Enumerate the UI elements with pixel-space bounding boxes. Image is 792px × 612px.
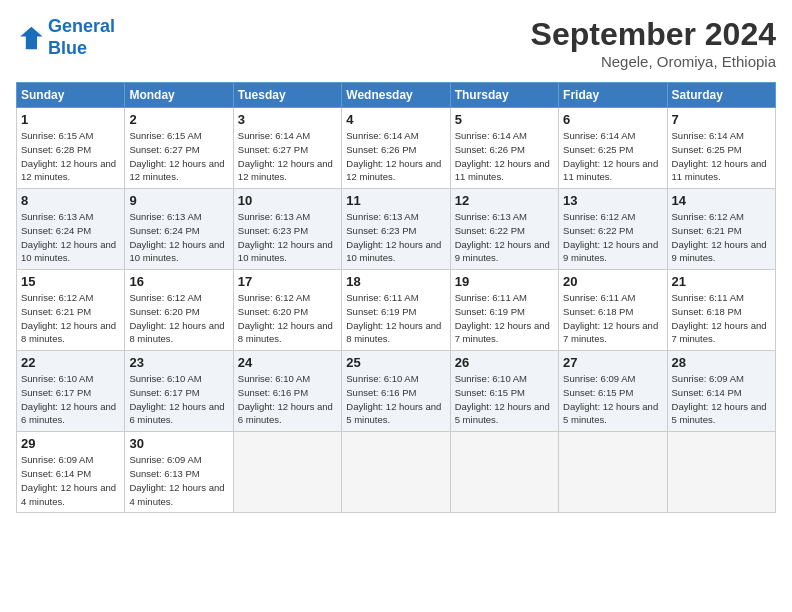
calendar-day-cell: 26Sunrise: 6:10 AMSunset: 6:15 PMDayligh…: [450, 351, 558, 432]
day-number: 11: [346, 193, 445, 208]
day-number: 3: [238, 112, 337, 127]
day-number: 10: [238, 193, 337, 208]
calendar-week-row: 29Sunrise: 6:09 AMSunset: 6:14 PMDayligh…: [17, 432, 776, 513]
day-number: 21: [672, 274, 771, 289]
day-number: 7: [672, 112, 771, 127]
day-number: 6: [563, 112, 662, 127]
day-info: Sunrise: 6:12 AMSunset: 6:21 PMDaylight:…: [21, 291, 120, 346]
calendar-day-cell: [233, 432, 341, 513]
calendar-day-cell: 2Sunrise: 6:15 AMSunset: 6:27 PMDaylight…: [125, 108, 233, 189]
calendar-day-cell: 30Sunrise: 6:09 AMSunset: 6:13 PMDayligh…: [125, 432, 233, 513]
day-of-week-header: Thursday: [450, 83, 558, 108]
title-area: September 2024 Negele, Oromiya, Ethiopia: [531, 16, 776, 70]
day-info: Sunrise: 6:14 AMSunset: 6:26 PMDaylight:…: [455, 129, 554, 184]
day-info: Sunrise: 6:13 AMSunset: 6:24 PMDaylight:…: [129, 210, 228, 265]
calendar-day-cell: 4Sunrise: 6:14 AMSunset: 6:26 PMDaylight…: [342, 108, 450, 189]
day-of-week-header: Wednesday: [342, 83, 450, 108]
day-of-week-header: Friday: [559, 83, 667, 108]
day-of-week-header: Saturday: [667, 83, 775, 108]
day-info: Sunrise: 6:10 AMSunset: 6:16 PMDaylight:…: [346, 372, 445, 427]
day-number: 13: [563, 193, 662, 208]
calendar-day-cell: 9Sunrise: 6:13 AMSunset: 6:24 PMDaylight…: [125, 189, 233, 270]
page-container: General Blue September 2024 Negele, Orom…: [0, 0, 792, 523]
day-info: Sunrise: 6:11 AMSunset: 6:19 PMDaylight:…: [346, 291, 445, 346]
calendar-day-cell: 13Sunrise: 6:12 AMSunset: 6:22 PMDayligh…: [559, 189, 667, 270]
calendar-day-cell: 15Sunrise: 6:12 AMSunset: 6:21 PMDayligh…: [17, 270, 125, 351]
logo-icon: [16, 24, 44, 52]
calendar-week-row: 1Sunrise: 6:15 AMSunset: 6:28 PMDaylight…: [17, 108, 776, 189]
calendar-week-row: 22Sunrise: 6:10 AMSunset: 6:17 PMDayligh…: [17, 351, 776, 432]
calendar-day-cell: 18Sunrise: 6:11 AMSunset: 6:19 PMDayligh…: [342, 270, 450, 351]
calendar-day-cell: [559, 432, 667, 513]
calendar-day-cell: 29Sunrise: 6:09 AMSunset: 6:14 PMDayligh…: [17, 432, 125, 513]
month-title: September 2024: [531, 16, 776, 53]
day-number: 1: [21, 112, 120, 127]
day-number: 14: [672, 193, 771, 208]
calendar-day-cell: 23Sunrise: 6:10 AMSunset: 6:17 PMDayligh…: [125, 351, 233, 432]
day-info: Sunrise: 6:09 AMSunset: 6:13 PMDaylight:…: [129, 453, 228, 508]
day-info: Sunrise: 6:13 AMSunset: 6:23 PMDaylight:…: [238, 210, 337, 265]
calendar-day-cell: 14Sunrise: 6:12 AMSunset: 6:21 PMDayligh…: [667, 189, 775, 270]
day-number: 18: [346, 274, 445, 289]
day-info: Sunrise: 6:10 AMSunset: 6:17 PMDaylight:…: [129, 372, 228, 427]
day-info: Sunrise: 6:10 AMSunset: 6:15 PMDaylight:…: [455, 372, 554, 427]
calendar-day-cell: 1Sunrise: 6:15 AMSunset: 6:28 PMDaylight…: [17, 108, 125, 189]
day-info: Sunrise: 6:13 AMSunset: 6:23 PMDaylight:…: [346, 210, 445, 265]
calendar-day-cell: [450, 432, 558, 513]
calendar-day-cell: 17Sunrise: 6:12 AMSunset: 6:20 PMDayligh…: [233, 270, 341, 351]
day-info: Sunrise: 6:15 AMSunset: 6:27 PMDaylight:…: [129, 129, 228, 184]
calendar-day-cell: 6Sunrise: 6:14 AMSunset: 6:25 PMDaylight…: [559, 108, 667, 189]
day-info: Sunrise: 6:14 AMSunset: 6:26 PMDaylight:…: [346, 129, 445, 184]
day-number: 27: [563, 355, 662, 370]
day-of-week-header: Tuesday: [233, 83, 341, 108]
logo-text: General Blue: [48, 16, 115, 59]
day-of-week-header: Monday: [125, 83, 233, 108]
calendar-day-cell: 27Sunrise: 6:09 AMSunset: 6:15 PMDayligh…: [559, 351, 667, 432]
day-of-week-header: Sunday: [17, 83, 125, 108]
day-info: Sunrise: 6:13 AMSunset: 6:22 PMDaylight:…: [455, 210, 554, 265]
day-number: 16: [129, 274, 228, 289]
day-info: Sunrise: 6:15 AMSunset: 6:28 PMDaylight:…: [21, 129, 120, 184]
day-info: Sunrise: 6:09 AMSunset: 6:15 PMDaylight:…: [563, 372, 662, 427]
day-info: Sunrise: 6:11 AMSunset: 6:18 PMDaylight:…: [563, 291, 662, 346]
day-info: Sunrise: 6:14 AMSunset: 6:25 PMDaylight:…: [672, 129, 771, 184]
calendar-week-row: 8Sunrise: 6:13 AMSunset: 6:24 PMDaylight…: [17, 189, 776, 270]
calendar-day-cell: 11Sunrise: 6:13 AMSunset: 6:23 PMDayligh…: [342, 189, 450, 270]
day-number: 9: [129, 193, 228, 208]
calendar-day-cell: 28Sunrise: 6:09 AMSunset: 6:14 PMDayligh…: [667, 351, 775, 432]
calendar-day-cell: 24Sunrise: 6:10 AMSunset: 6:16 PMDayligh…: [233, 351, 341, 432]
day-number: 20: [563, 274, 662, 289]
day-number: 25: [346, 355, 445, 370]
day-number: 23: [129, 355, 228, 370]
calendar-day-cell: 20Sunrise: 6:11 AMSunset: 6:18 PMDayligh…: [559, 270, 667, 351]
day-number: 19: [455, 274, 554, 289]
day-number: 15: [21, 274, 120, 289]
calendar-day-cell: 5Sunrise: 6:14 AMSunset: 6:26 PMDaylight…: [450, 108, 558, 189]
calendar-day-cell: 7Sunrise: 6:14 AMSunset: 6:25 PMDaylight…: [667, 108, 775, 189]
day-info: Sunrise: 6:11 AMSunset: 6:18 PMDaylight:…: [672, 291, 771, 346]
day-info: Sunrise: 6:11 AMSunset: 6:19 PMDaylight:…: [455, 291, 554, 346]
day-number: 28: [672, 355, 771, 370]
day-number: 5: [455, 112, 554, 127]
svg-marker-0: [20, 26, 42, 48]
calendar-day-cell: [342, 432, 450, 513]
calendar-day-cell: 19Sunrise: 6:11 AMSunset: 6:19 PMDayligh…: [450, 270, 558, 351]
header: General Blue September 2024 Negele, Orom…: [16, 16, 776, 70]
calendar-day-cell: 12Sunrise: 6:13 AMSunset: 6:22 PMDayligh…: [450, 189, 558, 270]
calendar-day-cell: 8Sunrise: 6:13 AMSunset: 6:24 PMDaylight…: [17, 189, 125, 270]
day-info: Sunrise: 6:13 AMSunset: 6:24 PMDaylight:…: [21, 210, 120, 265]
calendar-day-cell: 16Sunrise: 6:12 AMSunset: 6:20 PMDayligh…: [125, 270, 233, 351]
day-number: 30: [129, 436, 228, 451]
day-info: Sunrise: 6:14 AMSunset: 6:25 PMDaylight:…: [563, 129, 662, 184]
calendar-day-cell: 3Sunrise: 6:14 AMSunset: 6:27 PMDaylight…: [233, 108, 341, 189]
calendar-day-cell: 25Sunrise: 6:10 AMSunset: 6:16 PMDayligh…: [342, 351, 450, 432]
calendar-day-cell: 21Sunrise: 6:11 AMSunset: 6:18 PMDayligh…: [667, 270, 775, 351]
location: Negele, Oromiya, Ethiopia: [531, 53, 776, 70]
day-number: 29: [21, 436, 120, 451]
day-number: 8: [21, 193, 120, 208]
day-number: 26: [455, 355, 554, 370]
calendar-week-row: 15Sunrise: 6:12 AMSunset: 6:21 PMDayligh…: [17, 270, 776, 351]
day-info: Sunrise: 6:12 AMSunset: 6:20 PMDaylight:…: [129, 291, 228, 346]
day-info: Sunrise: 6:12 AMSunset: 6:20 PMDaylight:…: [238, 291, 337, 346]
day-info: Sunrise: 6:09 AMSunset: 6:14 PMDaylight:…: [672, 372, 771, 427]
